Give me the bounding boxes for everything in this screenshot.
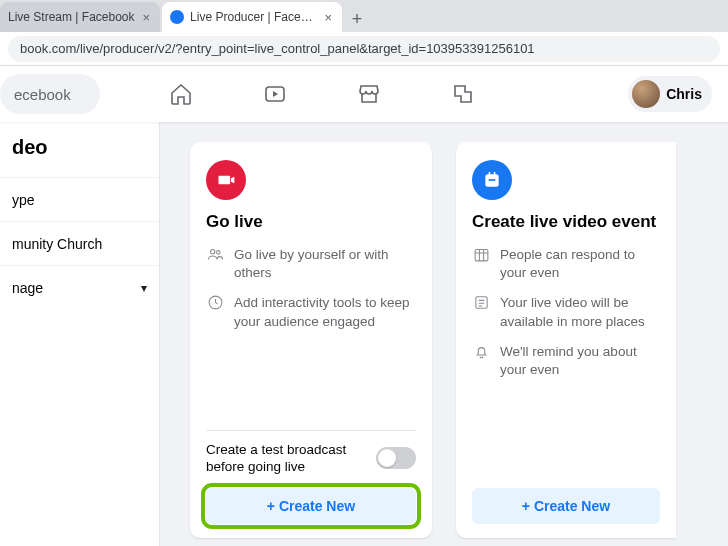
camera-icon — [206, 160, 246, 200]
feature-row: We'll remind you about your even — [472, 343, 660, 379]
browser-address-bar: book.com/live/producer/v2/?entry_point=l… — [0, 32, 728, 66]
svg-rect-7 — [489, 179, 496, 181]
browser-tab-active[interactable]: Live Producer | Facebook × — [162, 2, 342, 32]
svg-point-2 — [216, 251, 220, 255]
feature-row: Add interactivity tools to keep your aud… — [206, 294, 416, 330]
main-panel: Go live Go live by yourself or with othe… — [160, 122, 728, 546]
content-area: deo ype munity Church nage ▾ Go live Go … — [0, 122, 728, 546]
browser-tab-strip: Live Stream | Facebook × Live Producer |… — [0, 0, 728, 32]
feature-text: We'll remind you about your even — [500, 343, 660, 379]
feature-text: Your live video will be available in mor… — [500, 294, 660, 330]
sidebar-item-label: ype — [12, 192, 35, 208]
favicon-icon — [170, 10, 184, 24]
facebook-header: ecebook Chris — [0, 66, 728, 122]
svg-rect-5 — [489, 172, 491, 176]
home-icon[interactable] — [169, 82, 193, 106]
calendar-icon — [472, 160, 512, 200]
url-field[interactable]: book.com/live/producer/v2/?entry_point=l… — [8, 36, 720, 62]
create-event-card: Create live video event People can respo… — [456, 142, 676, 538]
search-input[interactable]: ecebook — [0, 74, 100, 114]
create-new-go-live-button[interactable]: + Create New — [206, 488, 416, 524]
bell-icon — [472, 343, 490, 379]
svg-rect-8 — [475, 250, 488, 261]
card-title: Go live — [206, 212, 416, 232]
clock-icon — [206, 294, 224, 330]
button-label: + Create New — [522, 498, 610, 514]
feature-row: Go live by yourself or with others — [206, 246, 416, 282]
toggle-label: Create a test broadcast before going liv… — [206, 441, 366, 476]
close-icon[interactable]: × — [325, 10, 333, 25]
chevron-down-icon: ▾ — [141, 281, 147, 295]
go-live-card: Go live Go live by yourself or with othe… — [190, 142, 432, 538]
test-broadcast-toggle-row: Create a test broadcast before going liv… — [206, 441, 416, 476]
create-new-event-button[interactable]: + Create New — [472, 488, 660, 524]
people-icon — [206, 246, 224, 282]
calendar-grid-icon — [472, 246, 490, 282]
sidebar-item-label: munity Church — [12, 236, 102, 252]
feature-row: Your live video will be available in mor… — [472, 294, 660, 330]
search-placeholder: ecebook — [14, 86, 71, 103]
feature-row: People can respond to your even — [472, 246, 660, 282]
url-text: book.com/live/producer/v2/?entry_point=l… — [20, 41, 535, 56]
browser-tab[interactable]: Live Stream | Facebook × — [0, 2, 160, 32]
close-icon[interactable]: × — [143, 10, 151, 25]
feature-text: People can respond to your even — [500, 246, 660, 282]
test-broadcast-toggle[interactable] — [376, 447, 416, 469]
profile-chip[interactable]: Chris — [628, 76, 712, 112]
tab-title: Live Producer | Facebook — [190, 10, 316, 24]
tab-title: Live Stream | Facebook — [8, 10, 135, 24]
news-icon — [472, 294, 490, 330]
watch-icon[interactable] — [263, 82, 287, 106]
button-label: + Create New — [267, 498, 355, 514]
divider — [206, 430, 416, 431]
avatar-icon — [632, 80, 660, 108]
sidebar-item-manage[interactable]: nage ▾ — [0, 265, 159, 309]
card-title: Create live video event — [472, 212, 660, 232]
sidebar-item-destination[interactable]: munity Church — [0, 221, 159, 265]
top-nav — [16, 82, 628, 106]
marketplace-icon[interactable] — [357, 82, 381, 106]
left-sidebar: deo ype munity Church nage ▾ — [0, 122, 160, 546]
sidebar-item-label: nage — [12, 280, 43, 296]
feature-text: Go live by yourself or with others — [234, 246, 416, 282]
sidebar-title: deo — [0, 122, 159, 177]
svg-point-1 — [210, 250, 214, 254]
sidebar-item-type[interactable]: ype — [0, 177, 159, 221]
gaming-icon[interactable] — [451, 82, 475, 106]
profile-name: Chris — [666, 86, 702, 102]
new-tab-button[interactable]: + — [344, 6, 370, 32]
feature-text: Add interactivity tools to keep your aud… — [234, 294, 416, 330]
svg-rect-6 — [494, 172, 496, 176]
